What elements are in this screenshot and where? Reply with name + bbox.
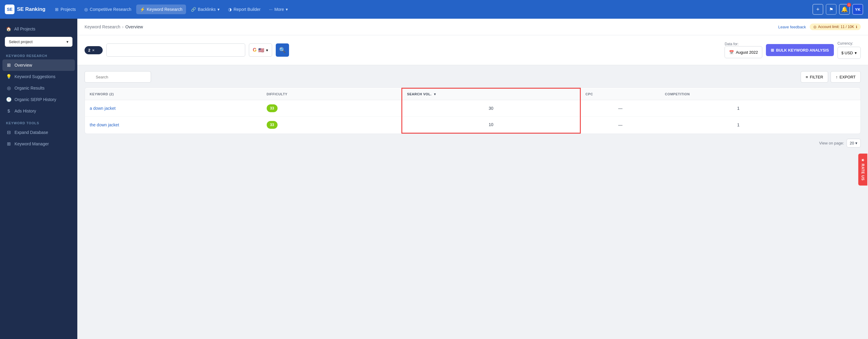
bulk-keyword-analysis-button[interactable]: ⊞ BULK KEYWORD ANALYSIS — [766, 44, 834, 56]
notifications-button[interactable]: 🔔 1 — [839, 4, 850, 15]
date-picker-button[interactable]: 📅 August 2022 — [724, 46, 762, 58]
keyword-search-input-wrapper — [106, 43, 245, 57]
sidebar-item-overview[interactable]: ⊞ Overview — [2, 59, 75, 71]
more-chevron-icon: ▾ — [286, 7, 288, 12]
logo[interactable]: SE SE Ranking — [5, 4, 45, 14]
keyword-manager-icon: ⊞ — [6, 141, 11, 146]
sidebar-item-organic-results[interactable]: ◎ Organic Results — [0, 82, 77, 94]
keyword-research-icon: ⚡ — [140, 7, 145, 12]
cell-actions-1 — [817, 100, 861, 117]
sidebar-item-all-projects[interactable]: 🏠 All Projects — [0, 24, 77, 34]
backlinks-chevron-icon: ▾ — [217, 7, 220, 12]
home-icon: 🏠 — [6, 27, 11, 31]
sidebar: 🏠 All Projects Select project ▾ Keyword … — [0, 19, 77, 339]
breadcrumb-root[interactable]: Keyword Research — [85, 25, 120, 29]
keyword-table: KEYWORD (2) DIFFICULTY SEARCH VOL. ▾ CPC… — [85, 88, 861, 134]
sidebar-section-keyword-tools: Keyword Tools — [0, 116, 77, 127]
rate-us-button[interactable]: ★ RATE US — [858, 154, 867, 185]
sidebar-item-expand-database[interactable]: ⊟ Expand Database — [0, 127, 77, 138]
filter-icon: ≡ — [806, 75, 808, 79]
sort-chevron-icon: ▾ — [434, 92, 436, 96]
flag-button[interactable]: ⚑ — [826, 4, 837, 15]
search-button[interactable]: 🔍 — [276, 43, 289, 57]
select-chevron-icon: ▾ — [66, 39, 68, 44]
col-header-search-vol[interactable]: SEARCH VOL. ▾ — [402, 89, 580, 100]
page-layout: 🏠 All Projects Select project ▾ Keyword … — [0, 19, 868, 339]
bulk-analysis-icon: ⊞ — [771, 48, 774, 53]
calendar-icon: 📅 — [729, 50, 734, 55]
data-for-label: Data for: — [724, 42, 762, 46]
data-for-section: Data for: 📅 August 2022 ⊞ BULK KEYWORD A… — [724, 41, 861, 59]
nav-item-competitive-research[interactable]: ◎ Competitive Research — [81, 4, 135, 14]
nav-item-projects[interactable]: ⊞ Projects — [51, 4, 80, 14]
col-header-difficulty: DIFFICULTY — [262, 89, 402, 100]
project-select[interactable]: Select project ▾ — [5, 37, 72, 47]
account-limit-badge: ◎ Account limit: 11 / 10K ℹ — [810, 24, 861, 30]
keyword-count: 2 — [88, 48, 90, 53]
sidebar-item-keyword-suggestions[interactable]: 💡 Keyword Suggestions — [0, 71, 77, 82]
engine-chevron-icon: ▾ — [266, 48, 268, 53]
table-search-wrapper: 🔍 — [85, 71, 151, 82]
keyword-link-1[interactable]: a down jacket — [90, 106, 116, 111]
keyword-input[interactable] — [110, 48, 241, 53]
cell-cpc-2: — — [580, 117, 660, 133]
cell-competition-2: 1 — [660, 117, 817, 133]
sidebar-item-keyword-manager[interactable]: ⊞ Keyword Manager — [0, 138, 77, 149]
currency-label: Currency: — [837, 41, 861, 45]
search-area: 2 × G 🇺🇸 ▾ 🔍 Data for: 📅 August 2022 — [77, 35, 868, 65]
col-header-competition: COMPETITION — [660, 89, 817, 100]
table-row: the down jacket 33 10 — 1 — [85, 117, 861, 133]
difficulty-badge-2: 33 — [267, 121, 278, 129]
keyword-link-2[interactable]: the down jacket — [90, 123, 119, 127]
breadcrumb-current: Overview — [125, 25, 143, 29]
breadcrumb: Keyword Research › Overview — [85, 25, 143, 29]
add-button[interactable]: + — [812, 4, 823, 15]
cell-search-vol-2: 10 — [402, 117, 580, 133]
breadcrumb-separator: › — [122, 25, 124, 29]
export-button[interactable]: ↑ EXPORT — [831, 71, 861, 82]
col-header-cpc: CPC — [580, 89, 660, 100]
col-header-keyword: KEYWORD (2) — [85, 89, 262, 100]
main-content: Keyword Research › Overview Leave feedba… — [77, 19, 868, 339]
nav-item-backlinks[interactable]: 🔗 Backlinks ▾ — [187, 4, 223, 14]
view-on-page-label: View on page: — [819, 141, 844, 145]
remove-keywords-button[interactable]: × — [92, 48, 95, 53]
col-header-actions — [817, 89, 861, 100]
keyword-count-badge: 2 × — [85, 46, 103, 54]
pagination-row: View on page: 20 ▾ — [85, 134, 861, 152]
nav-item-report-builder[interactable]: ◑ Report Builder — [224, 4, 264, 14]
overview-icon: ⊞ — [6, 62, 11, 68]
organic-serp-icon: 🕐 — [6, 97, 11, 102]
info-icon: ℹ — [856, 25, 857, 29]
nav-item-keyword-research[interactable]: ⚡ Keyword Research — [136, 4, 186, 14]
table-area: 🔍 ≡ FILTER ↑ EXPORT — [77, 65, 868, 158]
table-search-input[interactable] — [85, 71, 151, 82]
ads-history-icon: $ — [6, 108, 11, 113]
more-dots-icon: ··· — [269, 7, 273, 12]
cell-keyword-1: a down jacket — [85, 100, 262, 117]
items-per-page-chevron-icon: ▾ — [855, 141, 858, 145]
report-builder-icon: ◑ — [228, 7, 231, 12]
leave-feedback-link[interactable]: Leave feedback — [778, 25, 806, 29]
country-flag-icon: 🇺🇸 — [258, 47, 264, 53]
currency-selector[interactable]: $ USD ▾ — [837, 47, 861, 59]
cell-competition-1: 1 — [660, 100, 817, 117]
cell-actions-2 — [817, 117, 861, 133]
search-icon: 🔍 — [279, 47, 286, 54]
user-avatar[interactable]: YK — [852, 4, 863, 15]
items-per-page-select[interactable]: 20 ▾ — [846, 139, 861, 147]
notification-badge: 1 — [847, 3, 851, 7]
page-header: Keyword Research › Overview Leave feedba… — [77, 19, 868, 35]
header-right: Leave feedback ◎ Account limit: 11 / 10K… — [778, 24, 861, 30]
cell-cpc-1: — — [580, 100, 660, 117]
organic-results-icon: ◎ — [6, 86, 11, 91]
account-limit-text: Account limit: 11 / 10K — [818, 25, 854, 29]
sidebar-item-organic-serp-history[interactable]: 🕐 Organic SERP History — [0, 94, 77, 105]
filter-button[interactable]: ≡ FILTER — [801, 71, 828, 82]
cell-difficulty-1: 33 — [262, 100, 402, 117]
nav-item-more[interactable]: ··· More ▾ — [266, 4, 292, 14]
sidebar-item-ads-history[interactable]: $ Ads History — [0, 105, 77, 116]
cell-search-vol-1: 30 — [402, 100, 580, 117]
search-engine-selector[interactable]: G 🇺🇸 ▾ — [249, 43, 272, 57]
backlinks-icon: 🔗 — [191, 7, 196, 12]
